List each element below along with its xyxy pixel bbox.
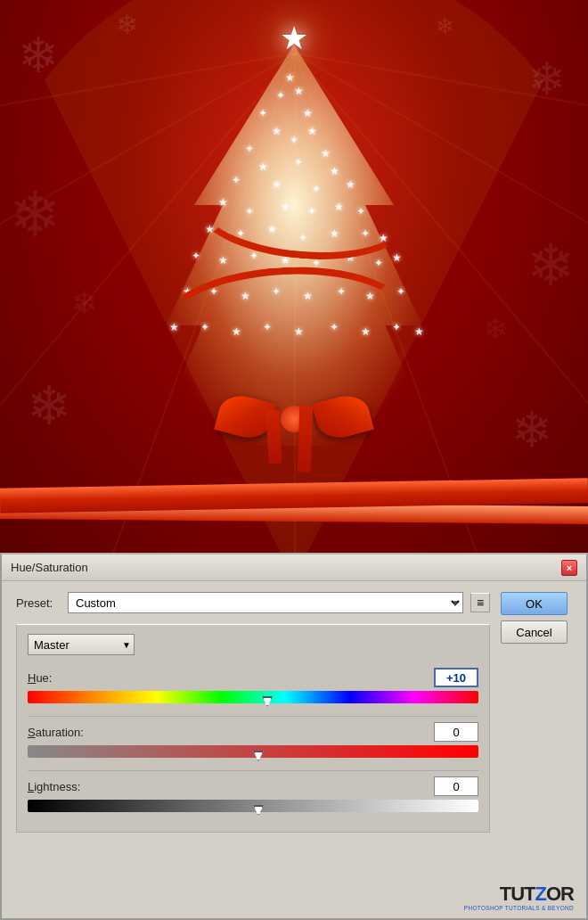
preset-menu-icon[interactable]: ≡	[470, 593, 490, 612]
image-canvas: ❄ ❄ ❄ ❄ ❄ ❄ ❄ ❄ ❄ ❄ ★ ★ ✦ ★ ✦ ★ ★ ✦ ★ ✦ …	[0, 0, 588, 553]
preset-label: Preset:	[16, 596, 61, 610]
tree-star: ★	[276, 22, 312, 58]
tutzor-text-z: Z	[535, 883, 546, 905]
cancel-button[interactable]: Cancel	[501, 620, 568, 644]
hue-saturation-dialog: Hue/Saturation × Preset: Custom ▼ ≡	[0, 553, 588, 920]
lightness-slider-track[interactable]	[28, 800, 478, 812]
lightness-group: Lightness:	[28, 776, 478, 812]
tutzor-subtext: PHOTOSHOP TUTORIALS & BEYOND	[464, 905, 574, 911]
lightness-value-input[interactable]	[434, 776, 478, 796]
christmas-tree: ★ ★ ✦ ★ ✦ ★ ★ ✦ ★ ✦ ★ ★ ✦ ★ ✦ ★ ✦ ★ ★ ✦ …	[116, 18, 472, 481]
close-button[interactable]: ×	[561, 560, 577, 576]
preset-select[interactable]: Custom	[68, 592, 463, 613]
hue-group: Hue:	[28, 668, 478, 703]
hue-slider-thumb[interactable]	[262, 696, 273, 707]
ok-button[interactable]: OK	[501, 592, 568, 615]
saturation-value-input[interactable]	[434, 722, 478, 742]
tutzor-text-or: OR	[546, 883, 574, 905]
lightness-label: Lightness:	[28, 780, 80, 793]
dialog-title: Hue/Saturation	[11, 561, 88, 574]
saturation-slider-thumb[interactable]	[253, 751, 264, 761]
lightness-slider-thumb[interactable]	[253, 805, 264, 816]
dialog-titlebar: Hue/Saturation ×	[2, 554, 586, 581]
hue-slider-track[interactable]	[28, 691, 478, 703]
tutzor-text-tut: TUT	[500, 883, 535, 905]
saturation-slider-track[interactable]	[28, 745, 478, 758]
saturation-label: Saturation:	[28, 726, 84, 739]
hue-label: Hue:	[28, 671, 52, 685]
channel-select[interactable]: Master Reds Yellows Greens Cyans Blues M…	[28, 634, 135, 655]
hue-value-input[interactable]	[434, 668, 478, 687]
saturation-group: Saturation:	[28, 722, 478, 758]
tutzor-logo-area: TUTZOR PHOTOSHOP TUTORIALS & BEYOND	[464, 883, 574, 911]
